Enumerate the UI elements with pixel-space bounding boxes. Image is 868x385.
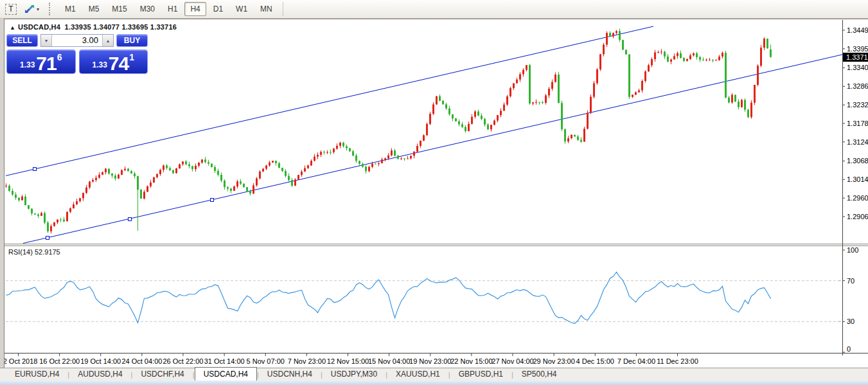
svg-text:19 Oct 14:00: 19 Oct 14:00 [80,357,121,365]
buy-price-big: 74 [109,55,128,72]
buy-price-pip: 1 [129,52,134,62]
current-price-tag: 1.33716 [843,53,868,62]
sell-price-box[interactable]: 1.33 71 6 [6,49,76,74]
svg-text:31 Oct 14:00: 31 Oct 14:00 [204,357,245,365]
svg-text:1.31240: 1.31240 [847,138,868,146]
svg-text:1.31780: 1.31780 [847,120,868,127]
svg-text:26 Oct 22:00: 26 Oct 22:00 [163,357,204,365]
timeframe-button-m15[interactable]: M15 [106,2,132,16]
svg-text:1.30145: 1.30145 [847,175,868,183]
svg-text:4 Dec 15:00: 4 Dec 15:00 [576,357,614,365]
svg-text:7 Nov 23:00: 7 Nov 23:00 [288,357,326,365]
arrows-tool-button[interactable]: ▾ [21,2,43,16]
chart-tab-gbpusd-h1[interactable]: GBPUSD,H1 [450,368,511,381]
one-click-top-row: SELL ▾ 3.00 ▴ BUY [6,34,148,47]
rsi-value: 52.9175 [35,248,60,256]
sell-button[interactable]: SELL [6,34,38,47]
timeframe-button-m5[interactable]: M5 [83,2,105,16]
buy-price-box[interactable]: 1.33 74 1 [79,49,148,74]
volume-spinner: ▾ 3.00 ▴ [40,34,114,47]
svg-text:1.30685: 1.30685 [847,157,868,165]
text-tool-icon: T [5,4,16,15]
chart-tab-usdcad-h4[interactable]: USDCAD,H4 [195,367,257,381]
timeframe-button-w1[interactable]: W1 [230,2,253,16]
status-strip [0,381,868,385]
svg-text:1.32320: 1.32320 [847,101,868,109]
sell-price-small: 1.33 [20,60,35,69]
svg-text:24 Oct 04:00: 24 Oct 04:00 [121,357,162,365]
svg-text:12 Oct 2018: 12 Oct 2018 [4,357,37,365]
chart-tab-sp500-h4[interactable]: SP500,H4 [513,368,565,381]
svg-text:1.29605: 1.29605 [847,194,868,202]
timeframe-button-mn[interactable]: MN [254,2,278,16]
buy-button[interactable]: BUY [116,34,148,47]
svg-text:22 Nov 15:00: 22 Nov 15:00 [450,357,492,365]
symbol-up-marker-icon: ▲ [10,24,15,31]
svg-text:100: 100 [847,246,858,254]
sell-price-pip: 6 [57,52,62,62]
chart-tab-audusd-h4[interactable]: AUDUSD,H4 [69,368,130,381]
timeframe-button-m30[interactable]: M30 [134,2,161,16]
one-click-price-row: 1.33 71 6 1.33 74 1 [6,49,148,74]
svg-text:5 Nov 07:00: 5 Nov 07:00 [247,357,285,365]
chart-ohlc-values: 1.33935 1.34077 1.33695 1.33716 [65,23,177,31]
svg-text:29 Nov 23:00: 29 Nov 23:00 [533,357,574,365]
toolbar: T ▾ M1M5M15M30H1H4D1W1MN [0,0,868,19]
date-axis[interactable]: 12 Oct 201816 Oct 22:0019 Oct 14:0024 Oc… [4,354,698,365]
chart-tab-bar: EURUSD,H4|AUDUSD,H4|USDCHF,H4|USDCAD,H4|… [0,368,868,381]
chart-tab-eurusd-h4[interactable]: EURUSD,H4 [6,368,67,381]
timeframe-button-d1[interactable]: D1 [208,2,229,16]
chart-symbol-label: USDCAD,H4 [18,23,60,31]
chart-tab-usdjpy-m30[interactable]: USDJPY,M30 [323,368,385,381]
svg-text:0: 0 [847,345,851,353]
svg-text:1.34495: 1.34495 [847,26,868,34]
arrows-icon [24,4,35,13]
volume-decrease-button[interactable]: ▾ [41,35,52,46]
timeframe-bar: M1M5M15M30H1H4D1W1MN [58,2,279,16]
timeframe-button-m1[interactable]: M1 [59,2,82,16]
rsi-name: RSI(14) [8,248,33,256]
volume-increase-button[interactable]: ▴ [102,35,113,46]
svg-text:12 Nov 15:00: 12 Nov 15:00 [327,357,369,365]
chart-ohlc-title: ▲USDCAD,H4 1.33935 1.34077 1.33695 1.337… [10,23,177,31]
svg-text:19 Nov 23:00: 19 Nov 23:00 [409,357,451,365]
svg-text:27 Nov 04:00: 27 Nov 04:00 [492,357,533,365]
svg-text:15 Nov 04:00: 15 Nov 04:00 [368,357,410,365]
svg-text:1.33400: 1.33400 [847,64,868,71]
svg-text:1.33955: 1.33955 [847,45,868,53]
chart-tab-usdchf-h4[interactable]: USDCHF,H4 [132,368,192,381]
svg-text:16 Oct 22:00: 16 Oct 22:00 [39,357,80,365]
chart-tab-xauusd-h1[interactable]: XAUUSD,H1 [387,368,448,381]
svg-text:11 Dec 23:00: 11 Dec 23:00 [657,357,698,365]
volume-value[interactable]: 3.00 [52,35,102,46]
channel-handles[interactable] [33,168,214,240]
svg-text:1.29065: 1.29065 [847,213,868,220]
rsi-level-lines [6,281,842,322]
toolbar-separator [283,2,283,16]
rsi-axis[interactable]: 10070300 [838,246,858,353]
mt4-window: T ▾ M1M5M15M30H1H4D1W1MN 1.344951.339551… [0,0,868,385]
chart-tab-usdcnh-h4[interactable]: USDCNH,H4 [259,368,321,381]
one-click-trading-panel: SELL ▾ 3.00 ▴ BUY 1.33 71 6 1.33 74 1 [6,34,148,75]
timeframe-button-h4[interactable]: H4 [184,2,206,16]
svg-text:70: 70 [847,277,855,285]
chart-window: 1.344951.339551.334001.328601.323201.317… [4,19,868,368]
svg-text:7 Dec 04:00: 7 Dec 04:00 [617,357,655,365]
toolbar-grip[interactable] [49,3,55,15]
sell-price-big: 71 [36,55,56,72]
buy-price-small: 1.33 [92,60,107,69]
timeframe-button-h1[interactable]: H1 [162,2,183,16]
svg-text:30: 30 [847,318,855,325]
rsi-line [6,272,771,323]
dropdown-caret-icon: ▾ [37,6,39,12]
text-tool-button[interactable]: T [3,2,19,16]
rsi-indicator-label: RSI(14) 52.9175 [8,248,60,256]
svg-text:1.32860: 1.32860 [847,82,868,90]
